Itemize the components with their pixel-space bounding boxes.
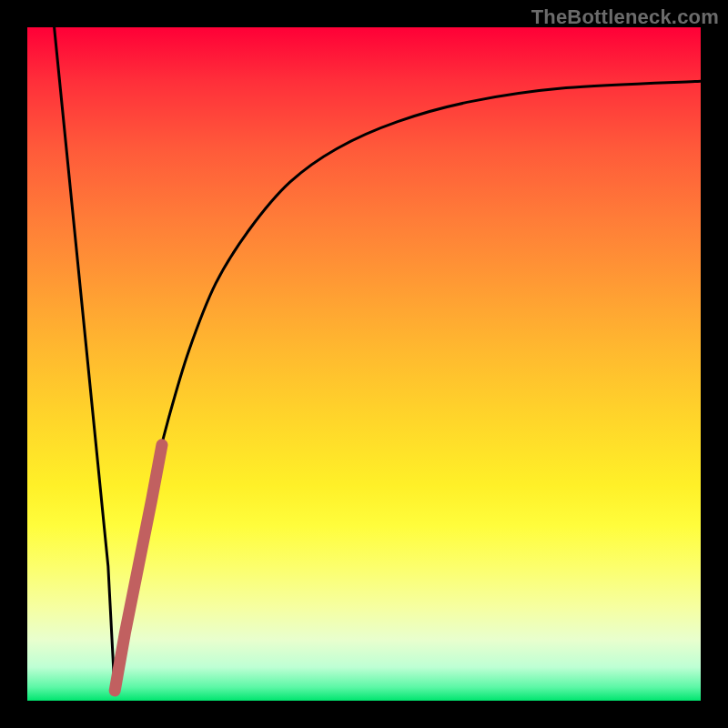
curve-right-rise (115, 81, 701, 693)
chart-frame: TheBottleneck.com (0, 0, 728, 728)
curve-highlight-segment (115, 445, 162, 691)
plot-area (27, 27, 701, 701)
main-curve-group (55, 27, 701, 694)
curve-left-descent (55, 27, 116, 694)
curve-svg (27, 27, 701, 701)
watermark-label: TheBottleneck.com (531, 5, 719, 29)
